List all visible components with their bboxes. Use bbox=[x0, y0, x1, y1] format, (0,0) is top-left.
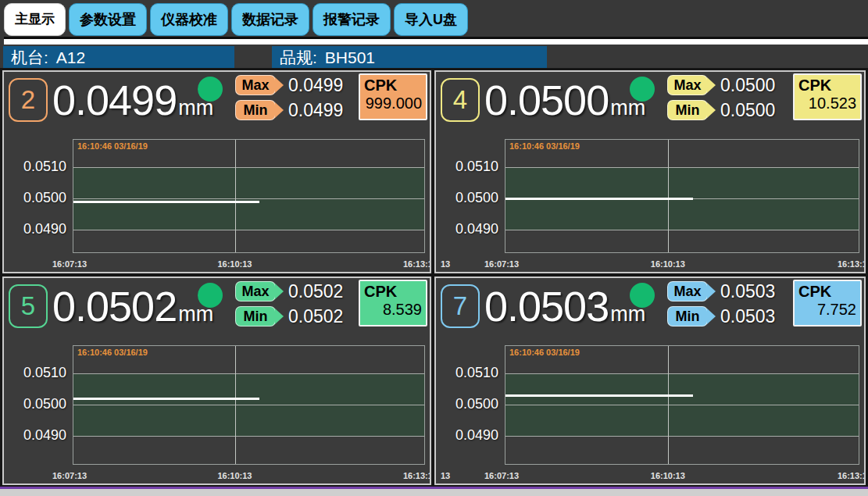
max-min-block: Max0.0500 Min0.0500 bbox=[667, 74, 775, 124]
x-tick: 16:07:13 bbox=[484, 471, 519, 480]
x-tick: 16:10:13 bbox=[651, 471, 685, 480]
y-tick: 0.0490 bbox=[439, 220, 498, 237]
max-tag: Max bbox=[667, 281, 708, 302]
cpk-box: CPK 7.752 bbox=[793, 280, 862, 327]
x-tick: 16:13:13 bbox=[838, 471, 866, 480]
channel-panel-2: 2 0.0499mm Max0.0499 Min0.0499 CPK 999.0… bbox=[2, 70, 431, 273]
tab-data-records[interactable]: 数据记录 bbox=[231, 3, 309, 36]
y-tick: 0.0510 bbox=[7, 364, 66, 381]
min-tag: Min bbox=[235, 100, 276, 120]
trend-chart: 0.0510 0.0500 0.0490 16:10:46 03/16/19 1… bbox=[439, 342, 861, 482]
max-value: 0.0503 bbox=[720, 281, 775, 302]
x-tick: 16:10:13 bbox=[217, 471, 252, 480]
y-tick: 0.0500 bbox=[439, 189, 498, 206]
y-tick: 0.0490 bbox=[7, 426, 66, 444]
chart-timestamp: 16:10:46 03/16/19 bbox=[509, 348, 580, 357]
trend-chart: 0.0510 0.0500 0.0490 16:10:46 03/16/19 1… bbox=[7, 342, 427, 482]
x-tick: 16:13:13 bbox=[838, 259, 866, 269]
measurement-value: 0.0502mm bbox=[52, 278, 213, 334]
max-min-block: Max0.0499 Min0.0499 bbox=[235, 74, 343, 124]
plot-area: 16:10:46 03/16/19 bbox=[505, 345, 859, 465]
cpk-label: CPK bbox=[798, 283, 856, 301]
tab-alarm-records[interactable]: 报警记录 bbox=[313, 3, 391, 36]
plot-area: 16:10:46 03/16/19 bbox=[73, 345, 425, 465]
channel-panel-7: 7 0.0503mm Max0.0503 Min0.0503 CPK 7.752… bbox=[434, 277, 866, 485]
y-tick: 0.0510 bbox=[439, 158, 498, 175]
product-value: BH501 bbox=[325, 48, 375, 67]
plot-area: 16:10:46 03/16/19 bbox=[505, 139, 859, 253]
max-tag: Max bbox=[235, 75, 276, 95]
max-value: 0.0499 bbox=[288, 75, 343, 96]
status-indicator bbox=[198, 77, 223, 102]
x-tick: 16:07:13 bbox=[52, 259, 87, 269]
y-tick: 0.0490 bbox=[439, 426, 498, 444]
x-tick: 16:13:13 bbox=[403, 259, 431, 269]
machine-label: 机台: bbox=[11, 47, 48, 69]
hmi-screen: 主显示 参数设置 仪器校准 数据记录 报警记录 导入U盘 机台: A12 品规:… bbox=[0, 0, 868, 496]
chart-timestamp: 16:10:46 03/16/19 bbox=[77, 348, 148, 357]
tab-import-usb[interactable]: 导入U盘 bbox=[394, 3, 468, 36]
y-tick: 0.0500 bbox=[439, 395, 498, 412]
chart-timestamp: 16:10:46 03/16/19 bbox=[77, 141, 148, 151]
y-tick: 0.0500 bbox=[7, 395, 66, 412]
x-tick: 16:10:13 bbox=[651, 259, 685, 269]
min-value: 0.0499 bbox=[288, 100, 343, 121]
max-min-block: Max0.0502 Min0.0502 bbox=[235, 280, 343, 330]
cpk-label: CPK bbox=[364, 283, 422, 301]
panel-header: 5 0.0502mm Max0.0502 Min0.0502 CPK 8.539 bbox=[4, 278, 430, 339]
product-field: 品规: BH501 bbox=[272, 46, 547, 70]
footer-strip bbox=[0, 489, 868, 496]
cpk-box: CPK 10.523 bbox=[793, 73, 862, 120]
cpk-label: CPK bbox=[364, 77, 422, 95]
max-value: 0.0500 bbox=[720, 75, 775, 96]
channel-number: 2 bbox=[9, 78, 48, 122]
channel-panel-4: 4 0.0500mm Max0.0500 Min0.0500 CPK 10.52… bbox=[434, 70, 866, 273]
tab-bar: 主显示 参数设置 仪器校准 数据记录 报警记录 导入U盘 bbox=[4, 3, 468, 36]
status-indicator bbox=[630, 283, 655, 308]
channel-number: 4 bbox=[441, 78, 480, 122]
min-tag: Min bbox=[235, 306, 276, 327]
cpk-value: 7.752 bbox=[798, 301, 856, 319]
max-tag: Max bbox=[667, 75, 708, 95]
x-axis: 16:07:13 16:10:13 16:13:13 13 bbox=[505, 468, 859, 482]
separator-line bbox=[4, 37, 868, 45]
measurement-value: 0.0503mm bbox=[484, 278, 645, 334]
y-tick: 0.0490 bbox=[7, 220, 66, 237]
x-tick-spill: 13 bbox=[441, 259, 450, 269]
measurement-value: 0.0500mm bbox=[484, 72, 645, 128]
panel-header: 4 0.0500mm Max0.0500 Min0.0500 CPK 10.52… bbox=[436, 72, 864, 133]
cpk-box: CPK 8.539 bbox=[359, 280, 427, 327]
cpk-value: 10.523 bbox=[798, 95, 856, 112]
x-tick: 16:07:13 bbox=[484, 259, 519, 269]
channel-panel-5: 5 0.0502mm Max0.0502 Min0.0502 CPK 8.539… bbox=[2, 277, 431, 485]
min-value: 0.0500 bbox=[720, 100, 775, 121]
x-axis: 16:07:13 16:10:13 16:13:13 bbox=[73, 468, 425, 482]
cpk-box: CPK 999.000 bbox=[359, 73, 427, 120]
trend-chart: 0.0510 0.0500 0.0490 16:10:46 03/16/19 1… bbox=[7, 136, 427, 270]
tab-parameter-settings[interactable]: 参数设置 bbox=[69, 3, 147, 36]
y-tick: 0.0510 bbox=[7, 158, 66, 175]
data-trace bbox=[505, 198, 693, 200]
x-tick: 16:13:13 bbox=[403, 471, 431, 480]
cpk-value: 8.539 bbox=[364, 301, 422, 319]
x-tick-spill: 13 bbox=[441, 471, 450, 480]
machine-value: A12 bbox=[56, 48, 85, 67]
channel-number: 5 bbox=[9, 284, 48, 328]
x-axis: 16:07:13 16:10:13 16:13:13 13 bbox=[505, 256, 859, 270]
chart-timestamp: 16:10:46 03/16/19 bbox=[509, 141, 580, 151]
data-trace bbox=[73, 201, 259, 203]
x-axis: 16:07:13 16:10:13 16:13:13 bbox=[73, 256, 425, 270]
cpk-value: 999.000 bbox=[364, 95, 422, 112]
status-indicator bbox=[198, 283, 223, 308]
max-value: 0.0502 bbox=[288, 281, 343, 302]
data-trace bbox=[505, 394, 693, 397]
machine-field: 机台: A12 bbox=[3, 46, 234, 70]
min-value: 0.0502 bbox=[288, 306, 343, 327]
y-tick: 0.0510 bbox=[439, 364, 498, 381]
min-tag: Min bbox=[667, 306, 708, 327]
tab-instrument-calibration[interactable]: 仪器校准 bbox=[150, 3, 228, 36]
measurement-value: 0.0499mm bbox=[52, 72, 213, 128]
product-label: 品规: bbox=[280, 47, 317, 69]
tab-main-display[interactable]: 主显示 bbox=[4, 3, 66, 36]
min-value: 0.0503 bbox=[720, 306, 775, 327]
